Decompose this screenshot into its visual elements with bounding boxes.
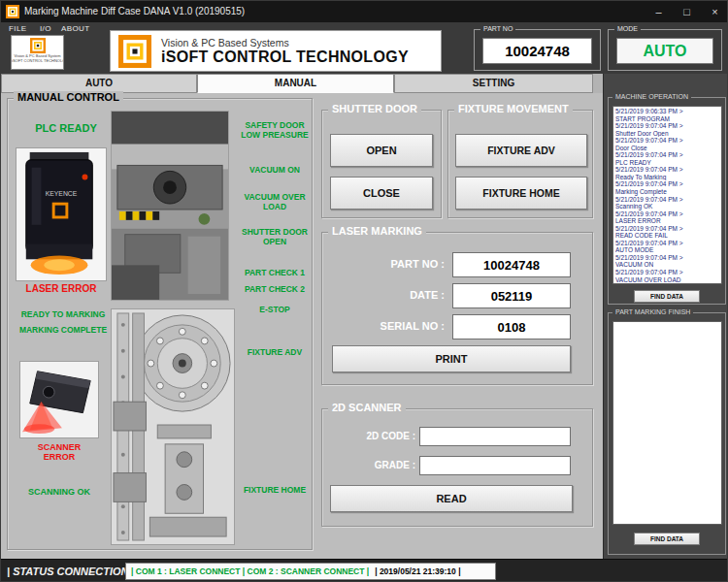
window-controls: – □ × xyxy=(645,1,728,22)
2d-code-input[interactable] xyxy=(419,427,571,446)
logo-icon xyxy=(30,38,46,53)
laser-marking-group: LASER MARKING PART NO : DATE : SERIAL NO… xyxy=(321,232,593,385)
scanner-image xyxy=(19,361,99,438)
logo-icon xyxy=(118,35,151,68)
io-label-part-check-1: PART CHECK 1 xyxy=(237,268,313,277)
status-bar: | STATUS CONNECTION | | COM 1 : LASER CO… xyxy=(1,559,728,582)
part-marking-finish-group: PART MARKING FINISH FIND DATA xyxy=(608,312,726,555)
app-window: Marking Machine Diff Case DANA V1.0 (201… xyxy=(0,0,728,582)
part-no-input[interactable] xyxy=(452,252,571,277)
grade-input[interactable] xyxy=(419,456,571,475)
log-entry: 5/21/2019 9:07:04 PM > xyxy=(615,180,719,188)
laser-error-status: LASER ERROR xyxy=(16,283,107,295)
log-entry: 5/21/2019 9:07:04 PM > xyxy=(615,137,719,145)
io-label-part-check-2: PART CHECK 2 xyxy=(237,284,313,294)
menu-item-about[interactable]: ABOUT xyxy=(61,24,90,33)
datetime-text: | 2019/05/21 21:39:10 | xyxy=(375,566,460,576)
io-label-e-stop: E-STOP xyxy=(237,305,313,314)
io-label-shutter-door-open: SHUTTER DOOR OPEN xyxy=(237,227,313,246)
manual-control-title: MANUAL CONTROL xyxy=(14,91,123,103)
marking-complete-status: MARKING COMPLETE xyxy=(10,326,116,336)
2d-code-label: 2D CODE : xyxy=(332,431,415,441)
log-entry: 5/21/2019 9:07:04 PM > xyxy=(615,254,719,262)
close-button[interactable]: × xyxy=(701,1,728,22)
tab-bar: AUTO MANUAL SETTING xyxy=(1,74,603,93)
plc-ready-status: PLC READY xyxy=(19,122,113,135)
log-entry: VACUUM OVER LOAD xyxy=(615,276,719,284)
serial-no-input[interactable] xyxy=(452,314,571,340)
company-logo-small: Vision & PC Based System iSOFT CONTROL T… xyxy=(11,35,64,70)
io-label-fixture-adv: FIXTURE ADV xyxy=(237,347,313,357)
log-entry: 5/21/2019 9:07:04 PM > xyxy=(615,240,719,247)
log-entry: 5/21/2019 9:07:04 PM > xyxy=(615,122,719,130)
part-marking-finish-list[interactable] xyxy=(612,321,722,525)
log-entry: PLC READY xyxy=(615,159,719,167)
operation-log-list[interactable]: 5/21/2019 9:06:33 PM >START PROGRAM5/21/… xyxy=(612,106,722,284)
io-label-fixture-home: FIXTURE HOME xyxy=(237,485,313,495)
log-entry: START PROGRAM xyxy=(615,115,719,123)
log-entry: 5/21/2019 9:07:04 PM > xyxy=(615,225,719,233)
log-entry: 5/21/2019 9:07:04 PM > xyxy=(615,196,719,204)
menu-item-io[interactable]: I/O xyxy=(40,24,51,33)
fixture-movement-title: FIXTURE MOVEMENT xyxy=(454,103,573,114)
io-label-vacuum-on: VACUUM ON xyxy=(237,165,313,175)
log-entry: VACUUM ON xyxy=(615,261,719,269)
laser-head-image: KEYENCE xyxy=(16,147,107,281)
machine-operation-group: MACHINE OPERATION 5/21/2019 9:06:33 PM >… xyxy=(608,97,726,305)
connection-panel: | COM 1 : LASER CONNECT | COM 2 : SCANNE… xyxy=(125,563,496,580)
log-entry: 5/21/2019 9:07:04 PM > xyxy=(615,166,719,174)
part-no-label: PART NO xyxy=(480,25,515,32)
machine-chamber-photo xyxy=(111,111,229,301)
date-input[interactable] xyxy=(452,283,571,308)
log-entry: Shutter Door Open xyxy=(615,130,719,138)
mode-group: MODE AUTO xyxy=(608,29,722,71)
minimize-button[interactable]: – xyxy=(645,1,673,22)
fixture-drawing xyxy=(111,308,235,545)
mode-display: AUTO xyxy=(616,38,713,64)
grade-label: GRADE : xyxy=(332,460,415,470)
log-entry: 5/21/2019 9:06:33 PM > xyxy=(615,108,719,115)
tab-manual[interactable]: MANUAL xyxy=(197,74,394,93)
tab-setting[interactable]: SETTING xyxy=(394,74,593,93)
2d-scanner-group: 2D SCANNER 2D CODE : GRADE : READ xyxy=(321,408,593,527)
read-button[interactable]: READ xyxy=(330,485,573,512)
title-bar: Marking Machine Diff Case DANA V1.0 (201… xyxy=(1,1,728,22)
log-entry: Door Close xyxy=(615,145,719,152)
shutter-close-button[interactable]: CLOSE xyxy=(330,177,433,210)
laser-marking-title: LASER MARKING xyxy=(328,225,426,237)
serial-no-field-label: SERIAL NO : xyxy=(330,320,445,332)
log-entry: AUTO MODE xyxy=(615,246,719,254)
menu-item-file[interactable]: FILE xyxy=(9,24,27,33)
date-field-label: DATE : xyxy=(330,289,445,301)
scanning-ok-status: SCANNING OK xyxy=(14,487,105,497)
part-no-group: PART NO 10024748 xyxy=(474,29,601,71)
tab-auto[interactable]: AUTO xyxy=(1,74,197,93)
shutter-open-button[interactable]: OPEN xyxy=(330,134,433,167)
log-entry: 5/21/2019 9:07:04 PM > xyxy=(615,269,719,276)
main-content: MANUAL CONTROL PLC READY xyxy=(1,93,603,559)
shutter-door-group: SHUTTER DOOR OPEN CLOSE xyxy=(321,110,442,218)
io-label-safety-door: SAFETY DOOR LOW PREASURE xyxy=(237,120,313,140)
header-band: FILE I/O ABOUT Vision & PC Based System … xyxy=(1,22,728,74)
maximize-button[interactable]: □ xyxy=(673,1,701,22)
manual-control-group: MANUAL CONTROL PLC READY xyxy=(7,98,313,550)
fixture-adv-button[interactable]: FIXTURE ADV xyxy=(455,134,587,167)
find-data-button[interactable]: FIND DATA xyxy=(634,290,700,303)
laser-brand-text: KEYENCE xyxy=(46,190,78,197)
log-entry: Scanning OK xyxy=(615,203,719,210)
find-data-button-2[interactable]: FIND DATA xyxy=(634,533,700,545)
part-no-display: 10024748 xyxy=(482,38,592,64)
part-marking-finish-title: PART MARKING FINISH xyxy=(612,308,693,315)
fixture-home-button[interactable]: FIXTURE HOME xyxy=(455,177,587,210)
fixture-movement-group: FIXTURE MOVEMENT FIXTURE ADV FIXTURE HOM… xyxy=(447,110,593,218)
print-button[interactable]: PRINT xyxy=(332,345,571,372)
ready-to-marking-status: READY TO MARKING xyxy=(10,310,116,320)
brand-line1: Vision & PC Based Systems xyxy=(161,37,409,48)
shutter-door-title: SHUTTER DOOR xyxy=(328,103,421,114)
machine-operation-title: MACHINE OPERATION xyxy=(612,93,691,100)
brand-line2: iSOFT CONTROL TECHNOLOGY xyxy=(161,48,409,66)
window-title: Marking Machine Diff Case DANA V1.0 (201… xyxy=(24,6,245,16)
part-no-field-label: PART NO : xyxy=(330,258,445,270)
log-entry: Marking Complete xyxy=(615,188,719,196)
brand-panel: Vision & PC Based Systems iSOFT CONTROL … xyxy=(110,30,442,72)
